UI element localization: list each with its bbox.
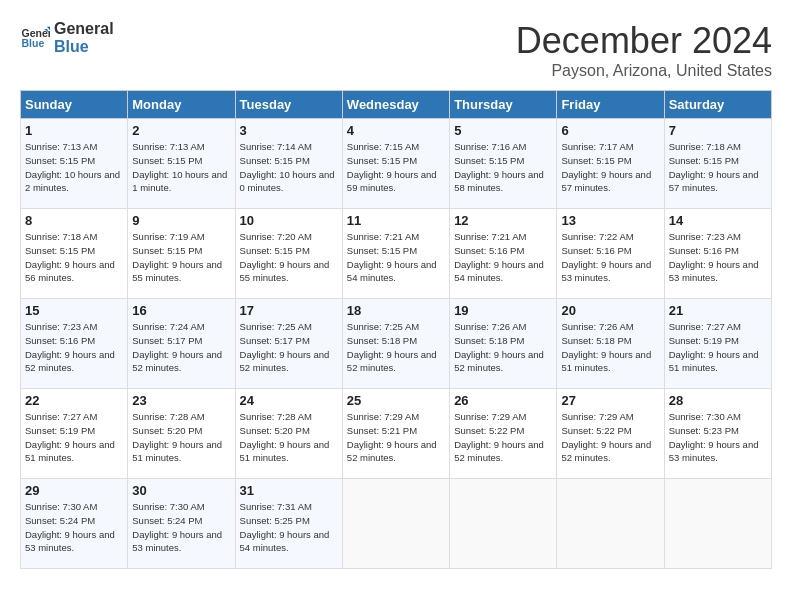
calendar-cell	[664, 479, 771, 569]
day-info: Sunrise: 7:19 AMSunset: 5:15 PMDaylight:…	[132, 230, 230, 285]
day-number: 30	[132, 483, 230, 498]
month-title: December 2024	[516, 20, 772, 62]
calendar-cell: 9Sunrise: 7:19 AMSunset: 5:15 PMDaylight…	[128, 209, 235, 299]
day-info: Sunrise: 7:21 AMSunset: 5:15 PMDaylight:…	[347, 230, 445, 285]
day-number: 4	[347, 123, 445, 138]
day-number: 28	[669, 393, 767, 408]
day-info: Sunrise: 7:18 AMSunset: 5:15 PMDaylight:…	[25, 230, 123, 285]
calendar-cell: 10Sunrise: 7:20 AMSunset: 5:15 PMDayligh…	[235, 209, 342, 299]
day-info: Sunrise: 7:18 AMSunset: 5:15 PMDaylight:…	[669, 140, 767, 195]
day-number: 5	[454, 123, 552, 138]
calendar-cell: 21Sunrise: 7:27 AMSunset: 5:19 PMDayligh…	[664, 299, 771, 389]
day-number: 16	[132, 303, 230, 318]
calendar-cell: 31Sunrise: 7:31 AMSunset: 5:25 PMDayligh…	[235, 479, 342, 569]
day-number: 14	[669, 213, 767, 228]
day-number: 11	[347, 213, 445, 228]
day-info: Sunrise: 7:13 AMSunset: 5:15 PMDaylight:…	[132, 140, 230, 195]
logo-icon: General Blue	[20, 23, 50, 53]
day-info: Sunrise: 7:14 AMSunset: 5:15 PMDaylight:…	[240, 140, 338, 195]
weekday-header: Wednesday	[342, 91, 449, 119]
calendar-cell: 19Sunrise: 7:26 AMSunset: 5:18 PMDayligh…	[450, 299, 557, 389]
calendar-cell: 18Sunrise: 7:25 AMSunset: 5:18 PMDayligh…	[342, 299, 449, 389]
weekday-header: Sunday	[21, 91, 128, 119]
calendar-cell: 29Sunrise: 7:30 AMSunset: 5:24 PMDayligh…	[21, 479, 128, 569]
weekday-header: Saturday	[664, 91, 771, 119]
day-info: Sunrise: 7:17 AMSunset: 5:15 PMDaylight:…	[561, 140, 659, 195]
day-info: Sunrise: 7:30 AMSunset: 5:24 PMDaylight:…	[25, 500, 123, 555]
calendar-cell: 26Sunrise: 7:29 AMSunset: 5:22 PMDayligh…	[450, 389, 557, 479]
logo-line1: General	[54, 20, 114, 38]
day-number: 24	[240, 393, 338, 408]
calendar-cell: 11Sunrise: 7:21 AMSunset: 5:15 PMDayligh…	[342, 209, 449, 299]
calendar-cell: 13Sunrise: 7:22 AMSunset: 5:16 PMDayligh…	[557, 209, 664, 299]
day-number: 7	[669, 123, 767, 138]
day-info: Sunrise: 7:29 AMSunset: 5:21 PMDaylight:…	[347, 410, 445, 465]
day-info: Sunrise: 7:29 AMSunset: 5:22 PMDaylight:…	[561, 410, 659, 465]
day-number: 27	[561, 393, 659, 408]
day-info: Sunrise: 7:28 AMSunset: 5:20 PMDaylight:…	[240, 410, 338, 465]
calendar-week-row: 29Sunrise: 7:30 AMSunset: 5:24 PMDayligh…	[21, 479, 772, 569]
calendar-week-row: 1Sunrise: 7:13 AMSunset: 5:15 PMDaylight…	[21, 119, 772, 209]
calendar-cell: 20Sunrise: 7:26 AMSunset: 5:18 PMDayligh…	[557, 299, 664, 389]
page-header: General Blue General Blue December 2024 …	[20, 20, 772, 80]
day-number: 22	[25, 393, 123, 408]
calendar-cell	[342, 479, 449, 569]
day-number: 15	[25, 303, 123, 318]
weekday-header-row: SundayMondayTuesdayWednesdayThursdayFrid…	[21, 91, 772, 119]
calendar-cell: 14Sunrise: 7:23 AMSunset: 5:16 PMDayligh…	[664, 209, 771, 299]
calendar-cell	[450, 479, 557, 569]
calendar-week-row: 8Sunrise: 7:18 AMSunset: 5:15 PMDaylight…	[21, 209, 772, 299]
weekday-header: Tuesday	[235, 91, 342, 119]
day-info: Sunrise: 7:30 AMSunset: 5:24 PMDaylight:…	[132, 500, 230, 555]
day-number: 1	[25, 123, 123, 138]
day-info: Sunrise: 7:21 AMSunset: 5:16 PMDaylight:…	[454, 230, 552, 285]
day-number: 23	[132, 393, 230, 408]
day-number: 25	[347, 393, 445, 408]
calendar-week-row: 15Sunrise: 7:23 AMSunset: 5:16 PMDayligh…	[21, 299, 772, 389]
calendar-cell: 7Sunrise: 7:18 AMSunset: 5:15 PMDaylight…	[664, 119, 771, 209]
weekday-header: Monday	[128, 91, 235, 119]
svg-text:Blue: Blue	[22, 37, 45, 49]
day-info: Sunrise: 7:30 AMSunset: 5:23 PMDaylight:…	[669, 410, 767, 465]
calendar-cell: 6Sunrise: 7:17 AMSunset: 5:15 PMDaylight…	[557, 119, 664, 209]
day-info: Sunrise: 7:22 AMSunset: 5:16 PMDaylight:…	[561, 230, 659, 285]
location-title: Payson, Arizona, United States	[516, 62, 772, 80]
day-info: Sunrise: 7:16 AMSunset: 5:15 PMDaylight:…	[454, 140, 552, 195]
day-info: Sunrise: 7:25 AMSunset: 5:18 PMDaylight:…	[347, 320, 445, 375]
weekday-header: Friday	[557, 91, 664, 119]
day-info: Sunrise: 7:28 AMSunset: 5:20 PMDaylight:…	[132, 410, 230, 465]
day-number: 2	[132, 123, 230, 138]
day-info: Sunrise: 7:20 AMSunset: 5:15 PMDaylight:…	[240, 230, 338, 285]
day-number: 19	[454, 303, 552, 318]
day-info: Sunrise: 7:27 AMSunset: 5:19 PMDaylight:…	[669, 320, 767, 375]
calendar-cell	[557, 479, 664, 569]
day-info: Sunrise: 7:26 AMSunset: 5:18 PMDaylight:…	[561, 320, 659, 375]
calendar-cell: 15Sunrise: 7:23 AMSunset: 5:16 PMDayligh…	[21, 299, 128, 389]
day-number: 9	[132, 213, 230, 228]
logo-line2: Blue	[54, 38, 114, 56]
calendar-table: SundayMondayTuesdayWednesdayThursdayFrid…	[20, 90, 772, 569]
day-info: Sunrise: 7:29 AMSunset: 5:22 PMDaylight:…	[454, 410, 552, 465]
day-info: Sunrise: 7:31 AMSunset: 5:25 PMDaylight:…	[240, 500, 338, 555]
calendar-cell: 28Sunrise: 7:30 AMSunset: 5:23 PMDayligh…	[664, 389, 771, 479]
day-number: 18	[347, 303, 445, 318]
day-number: 12	[454, 213, 552, 228]
calendar-cell: 17Sunrise: 7:25 AMSunset: 5:17 PMDayligh…	[235, 299, 342, 389]
logo: General Blue General Blue	[20, 20, 114, 55]
day-info: Sunrise: 7:24 AMSunset: 5:17 PMDaylight:…	[132, 320, 230, 375]
calendar-cell: 8Sunrise: 7:18 AMSunset: 5:15 PMDaylight…	[21, 209, 128, 299]
day-number: 26	[454, 393, 552, 408]
calendar-cell: 5Sunrise: 7:16 AMSunset: 5:15 PMDaylight…	[450, 119, 557, 209]
day-info: Sunrise: 7:15 AMSunset: 5:15 PMDaylight:…	[347, 140, 445, 195]
calendar-cell: 1Sunrise: 7:13 AMSunset: 5:15 PMDaylight…	[21, 119, 128, 209]
day-number: 29	[25, 483, 123, 498]
day-info: Sunrise: 7:23 AMSunset: 5:16 PMDaylight:…	[669, 230, 767, 285]
day-number: 20	[561, 303, 659, 318]
day-number: 13	[561, 213, 659, 228]
day-number: 10	[240, 213, 338, 228]
calendar-week-row: 22Sunrise: 7:27 AMSunset: 5:19 PMDayligh…	[21, 389, 772, 479]
calendar-cell: 2Sunrise: 7:13 AMSunset: 5:15 PMDaylight…	[128, 119, 235, 209]
calendar-cell: 27Sunrise: 7:29 AMSunset: 5:22 PMDayligh…	[557, 389, 664, 479]
day-info: Sunrise: 7:26 AMSunset: 5:18 PMDaylight:…	[454, 320, 552, 375]
calendar-cell: 24Sunrise: 7:28 AMSunset: 5:20 PMDayligh…	[235, 389, 342, 479]
